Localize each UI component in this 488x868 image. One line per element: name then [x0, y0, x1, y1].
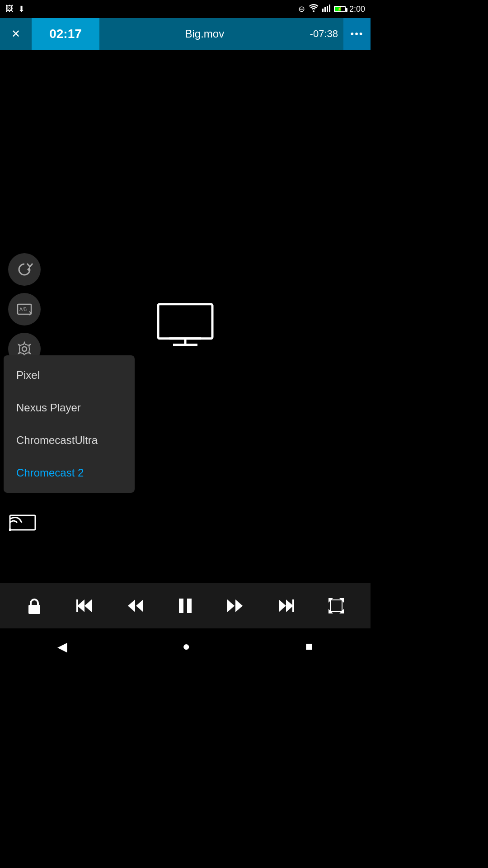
lock-button[interactable]	[16, 588, 52, 624]
repeat-button[interactable]	[8, 253, 41, 286]
signal-icon	[322, 4, 330, 14]
home-button[interactable]: ●	[183, 639, 190, 654]
status-bar-left-icons: 🖼 ⬇	[5, 4, 25, 14]
video-area[interactable]: A/B Pixel Nexus Player ChromecastUltra C…	[0, 50, 371, 606]
device-nexus-player[interactable]: Nexus Player	[4, 392, 135, 424]
svg-marker-8	[27, 267, 30, 272]
cast-icon-button[interactable]	[9, 510, 36, 533]
svg-rect-20	[179, 599, 183, 613]
svg-rect-14	[28, 605, 40, 614]
fullscreen-button[interactable]	[318, 588, 354, 624]
svg-rect-21	[187, 599, 192, 613]
status-bar-right: ⊖ ⚡ 2:00	[298, 4, 365, 14]
minus-circle-icon: ⊖	[298, 4, 305, 14]
svg-rect-0	[322, 9, 324, 12]
clock: 2:00	[349, 5, 365, 14]
current-time-display: 02:17	[32, 18, 99, 50]
cast-device-dropdown: Pixel Nexus Player ChromecastUltra Chrom…	[4, 355, 135, 493]
image-icon: 🖼	[5, 4, 14, 14]
skip-back-button[interactable]	[66, 588, 103, 624]
wifi-icon	[309, 4, 319, 14]
svg-text:A/B: A/B	[19, 307, 27, 312]
recents-button[interactable]: ■	[305, 639, 313, 654]
back-button[interactable]: ◀	[57, 639, 67, 654]
svg-rect-1	[324, 7, 326, 12]
svg-marker-18	[128, 599, 135, 612]
menu-button[interactable]: •••	[343, 18, 371, 50]
svg-marker-24	[279, 599, 286, 612]
remaining-time-display: -07:38	[310, 28, 343, 40]
svg-point-13	[9, 528, 11, 531]
svg-point-11	[22, 347, 27, 351]
svg-rect-3	[329, 5, 330, 12]
device-chromecast-2[interactable]: Chromecast 2	[4, 457, 135, 489]
svg-rect-26	[292, 599, 294, 612]
svg-marker-19	[136, 599, 143, 612]
battery-icon: ⚡	[334, 6, 346, 12]
status-bar: 🖼 ⬇ ⊖ ⚡ 2:00	[0, 0, 371, 18]
download-icon: ⬇	[18, 4, 25, 14]
svg-rect-4	[158, 304, 212, 339]
playback-controls	[0, 583, 371, 628]
monitor-icon	[156, 302, 215, 349]
device-chromecast-ultra[interactable]: ChromecastUltra	[4, 424, 135, 457]
file-name-label: Big.mov	[99, 28, 310, 40]
fast-forward-button[interactable]	[217, 588, 253, 624]
android-nav-bar: ◀ ● ■	[0, 628, 371, 665]
svg-marker-25	[286, 599, 293, 612]
rewind-button[interactable]	[117, 588, 153, 624]
top-bar: ✕ 02:17 Big.mov -07:38 •••	[0, 18, 371, 50]
device-pixel[interactable]: Pixel	[4, 359, 135, 392]
pause-button[interactable]	[167, 588, 203, 624]
svg-rect-2	[327, 6, 328, 12]
svg-marker-23	[235, 599, 243, 612]
svg-rect-17	[76, 599, 78, 612]
svg-marker-15	[77, 599, 84, 612]
ab-repeat-button[interactable]: A/B	[8, 293, 41, 326]
side-buttons: A/B	[8, 253, 41, 365]
svg-rect-27	[330, 600, 342, 612]
skip-forward-button[interactable]	[268, 588, 304, 624]
svg-marker-22	[227, 599, 235, 612]
svg-marker-16	[84, 599, 92, 612]
close-button[interactable]: ✕	[0, 18, 32, 50]
